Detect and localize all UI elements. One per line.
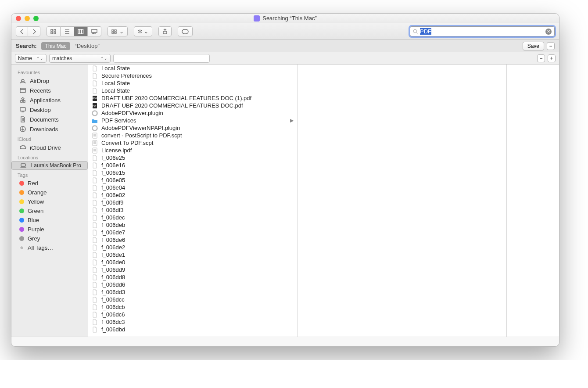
result-row[interactable]: f_006de0	[88, 259, 297, 266]
view-list[interactable]	[61, 26, 74, 36]
result-row[interactable]: f_006e15	[88, 169, 297, 176]
criteria-value-input[interactable]	[113, 54, 210, 63]
remove-criterion-button[interactable]: −	[547, 42, 555, 50]
result-row[interactable]: f_006de7	[88, 229, 297, 236]
clear-search-icon[interactable]: ✕	[545, 29, 552, 35]
file-icon	[92, 177, 98, 183]
result-row[interactable]: f_006de1	[88, 251, 297, 259]
criteria-operator-select[interactable]: matches⌃⌄	[49, 54, 111, 63]
result-name: f_006e02	[101, 192, 125, 198]
view-gallery[interactable]	[88, 26, 101, 36]
sidebar-item-label: Documents	[30, 116, 59, 123]
tags-button[interactable]	[178, 26, 193, 36]
file-icon	[92, 200, 98, 206]
criteria-add-button[interactable]: ＋	[548, 54, 556, 62]
save-search-button[interactable]: Save	[523, 42, 544, 50]
file-icon	[92, 327, 98, 333]
path-bar	[11, 337, 559, 346]
result-row[interactable]: f_006e05	[88, 176, 297, 184]
svg-text:PDF: PDF	[93, 104, 97, 107]
result-row[interactable]: f_006dc6	[88, 311, 297, 318]
result-row[interactable]: f_006dcb	[88, 303, 297, 311]
zoom-button[interactable]	[33, 16, 39, 21]
result-row[interactable]: f_006dd9	[88, 266, 297, 273]
search-field[interactable]: ✕	[410, 26, 555, 36]
result-row[interactable]: PDF Services▶	[88, 117, 297, 124]
sidebar-item-desktop[interactable]: Desktop	[11, 105, 88, 115]
result-name: f_006e04	[101, 184, 125, 191]
file-icon	[92, 319, 98, 325]
search-input[interactable]	[420, 28, 545, 35]
sidebar-item-yellow[interactable]: Yellow	[11, 197, 88, 206]
forward-button[interactable]	[28, 26, 40, 36]
result-row[interactable]: f_006dc3	[88, 318, 297, 326]
result-row[interactable]: f_006df9	[88, 199, 297, 206]
result-row[interactable]: Local State	[88, 65, 297, 72]
result-row[interactable]: f_006dd8	[88, 273, 297, 281]
sidebar-item-green[interactable]: Green	[11, 206, 88, 216]
close-button[interactable]	[16, 16, 21, 21]
result-row[interactable]: AdobePDFViewerNPAPI.plugin	[88, 124, 297, 132]
action-button[interactable]: ✲⌄	[134, 26, 152, 36]
sidebar-item-downloads[interactable]: Downloads	[11, 124, 88, 134]
sidebar-item-all-tags[interactable]: All Tags…	[11, 243, 88, 252]
criteria-remove-button[interactable]: −	[537, 54, 545, 62]
result-row[interactable]: f_006de6	[88, 236, 297, 244]
results-column[interactable]: Local StateSecure PreferencesLocal State…	[88, 65, 298, 337]
result-row[interactable]: AdobePDFViewer.plugin	[88, 109, 297, 117]
svg-rect-0	[51, 29, 53, 31]
result-row[interactable]: Local State	[88, 87, 297, 94]
result-name: f_006dcb	[101, 304, 125, 310]
result-name: AdobePDFViewer.plugin	[101, 110, 163, 116]
result-row[interactable]: f_006dd6	[88, 281, 297, 288]
sidebar-item-documents[interactable]: Documents	[11, 115, 88, 124]
result-row[interactable]: License.lpdf	[88, 147, 297, 154]
result-row[interactable]: f_006e16	[88, 162, 297, 169]
result-row[interactable]: f_006dbd	[88, 326, 297, 333]
result-row[interactable]: PDFDRAFT UBF 2020 COMMERCIAL FEATURES DO…	[88, 94, 297, 102]
result-row[interactable]: f_006df3	[88, 206, 297, 214]
result-row[interactable]: PDFDRAFT UBF 2020 COMMERCIAL FEATURES DO…	[88, 102, 297, 109]
sidebar-item-orange[interactable]: Orange	[11, 188, 88, 197]
search-scope-label: Search:	[16, 43, 37, 49]
scope-this-mac[interactable]: This Mac	[41, 42, 71, 50]
back-button[interactable]	[16, 26, 28, 36]
minimize-button[interactable]	[25, 16, 30, 21]
result-row[interactable]: f_006dec	[88, 214, 297, 221]
result-row[interactable]: f_006e04	[88, 184, 297, 191]
result-row[interactable]: Secure Preferences	[88, 72, 297, 79]
result-name: Secure Preferences	[101, 72, 152, 79]
sidebar-item-label: Grey	[28, 235, 40, 242]
result-row[interactable]: f_006dcc	[88, 296, 297, 303]
view-columns[interactable]	[74, 26, 88, 36]
view-icons[interactable]	[47, 26, 61, 36]
sidebar-item-grey[interactable]: Grey	[11, 234, 88, 243]
sidebar-item-red[interactable]: Red	[11, 179, 88, 188]
sidebar-item-label: Desktop	[30, 107, 51, 113]
group-button[interactable]: ⌄	[108, 26, 128, 36]
sidebar-favourites-header: Favourites	[11, 67, 88, 76]
result-row[interactable]: convert - PostScript to PDF.scpt	[88, 132, 297, 139]
scope-desktop[interactable]: “Desktop”	[75, 43, 99, 49]
sidebar-item-applications[interactable]: Applications	[11, 95, 88, 105]
clock-icon	[19, 87, 26, 94]
result-row[interactable]: f_006de2	[88, 244, 297, 251]
sidebar-item-recents[interactable]: Recents	[11, 86, 88, 95]
result-row[interactable]: f_006dd3	[88, 288, 297, 296]
doc-icon	[19, 116, 26, 123]
result-row[interactable]: Convert To PDF.scpt	[88, 139, 297, 147]
criteria-attribute-select[interactable]: Name⌃⌄	[15, 54, 47, 63]
file-icon	[92, 88, 98, 94]
result-name: Local State	[101, 87, 130, 94]
sidebar-item-purple[interactable]: Purple	[11, 225, 88, 234]
result-row[interactable]: f_006e02	[88, 191, 297, 199]
result-row[interactable]: Local State	[88, 79, 297, 87]
sidebar-item-laura-s-macbook-pro[interactable]: Laura's MacBook Pro	[11, 161, 88, 170]
sidebar-item-blue[interactable]: Blue	[11, 216, 88, 225]
result-row[interactable]: f_006e25	[88, 154, 297, 162]
file-icon	[92, 259, 98, 266]
sidebar-item-icloud-drive[interactable]: iCloud Drive	[11, 143, 88, 152]
share-button[interactable]	[158, 26, 172, 36]
sidebar-item-airdrop[interactable]: AirDrop	[11, 76, 88, 86]
result-row[interactable]: f_006deb	[88, 221, 297, 229]
